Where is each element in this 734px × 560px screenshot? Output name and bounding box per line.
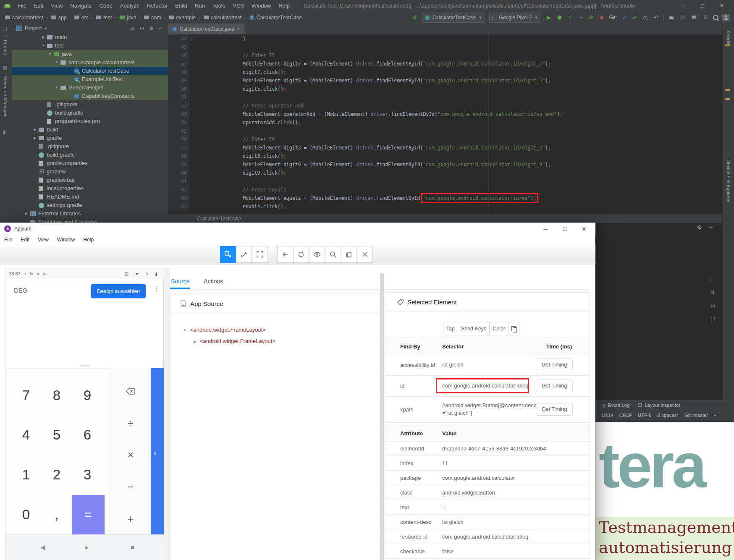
tree-item-local-properties[interactable]: local.properties (12, 184, 168, 193)
tree-item-test[interactable]: ▼test (12, 42, 168, 50)
calc-key-1[interactable]: 1 (10, 455, 42, 495)
maximize-icon[interactable]: □ (693, 3, 712, 9)
get-timing-button[interactable]: Get Timing (536, 359, 573, 371)
quit-session-button[interactable] (357, 246, 373, 263)
close-icon[interactable]: ✕ (236, 26, 240, 32)
menu-vcs[interactable]: VCS (229, 3, 248, 9)
refresh-button[interactable] (293, 246, 309, 263)
breadcrumb-src[interactable]: src (74, 15, 89, 21)
menu-view[interactable]: View (47, 3, 66, 9)
tree-item-gradle[interactable]: ▶gradle (12, 134, 168, 142)
menu-build[interactable]: Build (171, 3, 191, 9)
clear-button[interactable]: Clear (489, 322, 509, 335)
menu-navigate[interactable]: Navigate (66, 3, 95, 9)
tap-by-coordinates-button[interactable] (252, 246, 268, 263)
code-editor[interactable]: 44}4546// Enter 7547MobileElement digit7… (168, 34, 722, 214)
locate-icon[interactable]: ◎ (130, 26, 134, 31)
tree-item-com-example-calculatortest[interactable]: ▼com.example.calculatortest (12, 58, 168, 67)
breadcrumb-example[interactable]: example (169, 15, 196, 21)
status-item-git-master[interactable]: Git: master (684, 413, 708, 418)
menu-tools[interactable]: Tools (209, 3, 229, 9)
copy-attributes-button[interactable] (508, 322, 519, 335)
search-icon[interactable] (713, 15, 718, 20)
tool-strip-project[interactable]: 1: Project (3, 34, 8, 55)
collapse-all-icon[interactable]: ⊟ (140, 26, 144, 31)
tree-item-scratches-and-consoles[interactable]: Scratches and Consoles (12, 218, 168, 222)
send-keys-button[interactable]: Send Keys (458, 322, 490, 335)
menu-code[interactable]: Code (96, 3, 116, 9)
menu-edit[interactable]: Edit (30, 3, 47, 9)
menu-run[interactable]: Run (191, 3, 209, 9)
breadcrumb-calculatortest[interactable]: calculatortest (204, 15, 242, 21)
tool-windows-icon[interactable]: ▣ (668, 14, 675, 21)
calc-key-multiply[interactable]: × (110, 448, 151, 461)
run-icon[interactable]: ▶ (545, 14, 553, 21)
tree-item-readme-md[interactable]: README.md (12, 193, 168, 201)
nav-recents-icon[interactable]: ■ (131, 544, 134, 551)
sdk-manager-icon[interactable]: ⇩ (702, 14, 709, 21)
fold-icon[interactable] (191, 37, 195, 41)
breadcrumb-calculatortestcase[interactable]: CalculatorTestCase (249, 15, 302, 21)
menu-refactor[interactable]: Refactor (143, 3, 171, 9)
design-select-button[interactable]: Design auswählen (91, 284, 146, 298)
calc-key-divide[interactable]: ÷ (110, 417, 151, 430)
calc-advanced-panel-bar[interactable]: ‹ (151, 368, 164, 534)
avatar[interactable] (722, 14, 730, 21)
menu-help[interactable]: Help (275, 3, 294, 9)
calc-key-8[interactable]: 8 (41, 376, 72, 415)
tool-strip-resource-manager[interactable]: Resource Manager (3, 76, 8, 117)
tool-strip-gradle[interactable]: Gradle (726, 31, 731, 46)
swipe-by-coordinates-button[interactable] (236, 246, 252, 263)
screenshot-button[interactable] (309, 246, 325, 263)
tree-item-gradlew[interactable]: gradlew (12, 167, 168, 176)
status-item-8-spaces[interactable]: 8 spaces* (657, 413, 679, 418)
menu-file[interactable]: File (0, 237, 16, 243)
xml-node[interactable]: ▶<android.widget.FrameLayout> (194, 335, 275, 347)
debug-icon[interactable]: ⬢ (556, 14, 563, 21)
scrollbar[interactable] (380, 273, 384, 560)
tree-item-gitignore[interactable]: .gitignore (12, 100, 168, 109)
git-commit-icon[interactable]: ✔ (631, 14, 639, 21)
settings-icon[interactable]: ⚙ (149, 26, 154, 31)
run-configuration-select[interactable]: CalculatorTestCase ▼ (422, 13, 485, 23)
calc-key-comma[interactable]: , (41, 495, 72, 534)
editor-breadcrumb[interactable]: CalculatorTestCase (168, 214, 734, 223)
chevron-down-icon[interactable]: ▼ (44, 26, 47, 31)
calc-key-6[interactable]: 6 (72, 415, 103, 455)
select-element-button[interactable] (220, 246, 236, 263)
chevron-down-icon[interactable]: ▼ (183, 328, 187, 332)
menu-help[interactable]: Help (79, 237, 98, 243)
breadcrumb-test[interactable]: test (96, 15, 112, 21)
stop-icon[interactable]: ■ (598, 14, 605, 21)
calc-key-equals[interactable]: = (72, 495, 105, 535)
menu-edit[interactable]: Edit (16, 237, 34, 243)
tree-item-proguard-rules-pro[interactable]: proguard-rules.pro (12, 117, 168, 126)
back-navigation-icon[interactable]: ↺ (411, 14, 418, 21)
chevron-right-icon[interactable]: ▶ (194, 340, 197, 344)
layout-inspector-icon[interactable]: ▤ (690, 14, 698, 21)
tree-item-calculatortestcase[interactable]: CalculatorTestCase (12, 67, 168, 75)
tap-button[interactable]: Tap (443, 322, 458, 335)
device-select[interactable]: Google Pixel 2 ▼ (489, 13, 541, 23)
tree-item-gradle-properties[interactable]: gradle.properties (12, 159, 168, 167)
tree-item-build[interactable]: ▶build (12, 126, 168, 134)
calc-key-minus[interactable]: − (110, 480, 151, 493)
tree-item-java[interactable]: ▼java (12, 50, 168, 58)
device-manager-icon[interactable]: ◫ (679, 14, 687, 21)
search-element-button[interactable] (325, 246, 341, 263)
calc-key-backspace[interactable] (110, 385, 151, 397)
minimize-icon[interactable]: ─ (536, 226, 555, 232)
tree-item-main[interactable]: ▶main (12, 33, 168, 42)
nav-back-icon[interactable]: ◀ (40, 544, 45, 551)
breadcrumb-java[interactable]: java (120, 15, 136, 21)
close-icon[interactable]: ✕ (574, 226, 594, 232)
tree-item-exampleunittest[interactable]: ExampleUnitTest (12, 75, 168, 84)
tool-icon[interactable]: ↑ (710, 264, 715, 270)
close-icon[interactable]: ✕ (712, 3, 731, 9)
tree-item-capabilitiesconstants[interactable]: CapabilitiesConstants (12, 92, 168, 100)
tree-item-gradlew-bat[interactable]: gradlew.bat (12, 176, 168, 184)
calc-key-7[interactable]: 7 (10, 376, 42, 415)
tree-item-build-gradle[interactable]: build.gradle (12, 151, 168, 159)
back-button[interactable] (277, 246, 293, 263)
tree-item-generalhelper[interactable]: ▼GeneralHelper (12, 84, 168, 92)
